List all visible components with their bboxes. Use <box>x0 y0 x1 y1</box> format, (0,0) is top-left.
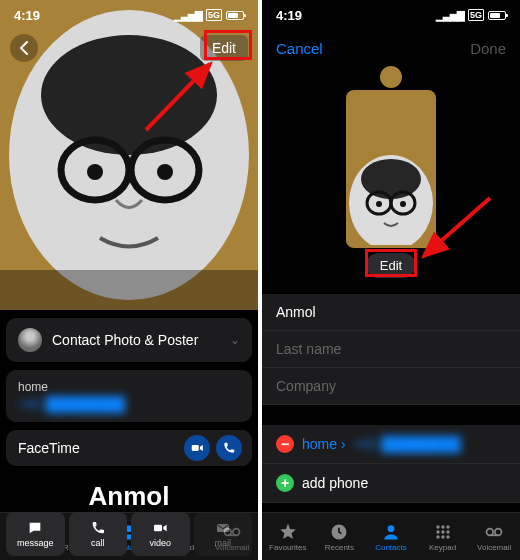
company-field[interactable]: Company <box>262 368 520 405</box>
phone-entry-row[interactable]: − home › +91 ████████ <box>262 425 520 464</box>
contact-view-screen: 4:19 ▁▃▅▇ 5G Edit Anmol message call vid… <box>0 0 258 560</box>
svg-point-5 <box>87 164 103 180</box>
network-icon: 5G <box>468 9 484 21</box>
message-button[interactable]: message <box>6 512 65 556</box>
svg-point-40 <box>436 535 439 538</box>
status-time: 4:19 <box>14 8 40 23</box>
signal-icon: ▁▃▅▇ <box>436 10 464 21</box>
signal-icon: ▁▃▅▇ <box>174 10 202 21</box>
tab-contacts[interactable]: Contacts <box>365 513 417 560</box>
avatar-bubble[interactable] <box>380 66 402 88</box>
keypad-icon <box>433 522 453 542</box>
battery-icon <box>488 11 506 20</box>
edit-contact-screen: 4:19 ▁▃▅▇ 5G Cancel Done Edit Anmol Last… <box>262 0 520 560</box>
svg-point-36 <box>446 525 449 528</box>
voicemail-icon <box>484 522 504 542</box>
done-button: Done <box>470 40 506 57</box>
mail-button: mail <box>194 512 253 556</box>
svg-rect-7 <box>0 270 258 310</box>
video-icon <box>152 520 168 536</box>
svg-point-33 <box>388 525 395 532</box>
star-icon <box>278 522 298 542</box>
first-name-field[interactable]: Anmol <box>262 294 520 331</box>
facetime-row[interactable]: FaceTime <box>6 430 252 466</box>
svg-point-34 <box>436 525 439 528</box>
svg-point-35 <box>441 525 444 528</box>
facetime-audio-button[interactable] <box>216 435 242 461</box>
annotation-arrow-icon <box>140 56 230 136</box>
tab-bar: Favourites Recents Contacts Keypad Voice… <box>262 512 520 560</box>
mail-icon <box>215 520 231 536</box>
status-bar: 4:19 ▁▃▅▇ 5G <box>0 0 258 30</box>
last-name-field[interactable]: Last name <box>262 331 520 368</box>
video-button[interactable]: video <box>131 512 190 556</box>
svg-point-31 <box>400 201 406 207</box>
phone-type-picker[interactable]: home › <box>302 436 346 452</box>
svg-point-43 <box>487 528 494 535</box>
status-time: 4:19 <box>276 8 302 23</box>
annotation-highlight <box>365 249 417 277</box>
phone-row[interactable]: home +91 ████████ <box>6 370 252 422</box>
svg-point-42 <box>446 535 449 538</box>
remove-icon[interactable]: − <box>276 435 294 453</box>
clock-icon <box>329 522 349 542</box>
video-icon <box>190 441 204 455</box>
tab-keypad[interactable]: Keypad <box>417 513 469 560</box>
svg-point-27 <box>361 159 421 199</box>
add-icon: + <box>276 474 294 492</box>
add-phone-button[interactable]: + add phone <box>262 464 520 503</box>
phone-label: home <box>18 380 240 394</box>
phone-number-field[interactable]: +91 ████████ <box>354 436 461 452</box>
svg-point-6 <box>157 164 173 180</box>
svg-point-37 <box>436 530 439 533</box>
tab-favourites[interactable]: Favourites <box>262 513 314 560</box>
avatar-thumb-icon <box>18 328 42 352</box>
annotation-arrow-icon <box>418 194 498 264</box>
svg-point-44 <box>495 528 502 535</box>
edit-form: Anmol Last name Company − home › +91 ███… <box>262 294 520 512</box>
facetime-video-button[interactable] <box>184 435 210 461</box>
chevron-left-icon <box>19 41 29 55</box>
contact-name: Anmol <box>0 481 258 512</box>
phone-number: +91 ████████ <box>18 396 240 412</box>
svg-rect-9 <box>217 524 229 532</box>
call-button[interactable]: call <box>69 512 128 556</box>
tab-recents[interactable]: Recents <box>314 513 366 560</box>
back-button[interactable] <box>10 34 38 62</box>
battery-icon <box>226 11 244 20</box>
svg-point-41 <box>441 535 444 538</box>
chevron-expand-icon: ⌄ <box>230 333 240 347</box>
cancel-button[interactable]: Cancel <box>276 40 323 57</box>
network-icon: 5G <box>206 9 222 21</box>
action-row: message call video mail <box>6 512 252 556</box>
tab-voicemail[interactable]: Voicemail <box>468 513 520 560</box>
phone-icon <box>90 520 106 536</box>
svg-rect-8 <box>154 525 162 532</box>
status-bar: 4:19 ▁▃▅▇ 5G <box>262 0 520 30</box>
message-icon <box>27 520 43 536</box>
phone-icon <box>222 441 236 455</box>
svg-point-39 <box>446 530 449 533</box>
person-icon <box>381 522 401 542</box>
svg-point-30 <box>376 201 382 207</box>
contact-photo-poster-row[interactable]: Contact Photo & Poster ⌄ <box>6 318 252 362</box>
svg-rect-10 <box>192 445 199 451</box>
svg-point-38 <box>441 530 444 533</box>
